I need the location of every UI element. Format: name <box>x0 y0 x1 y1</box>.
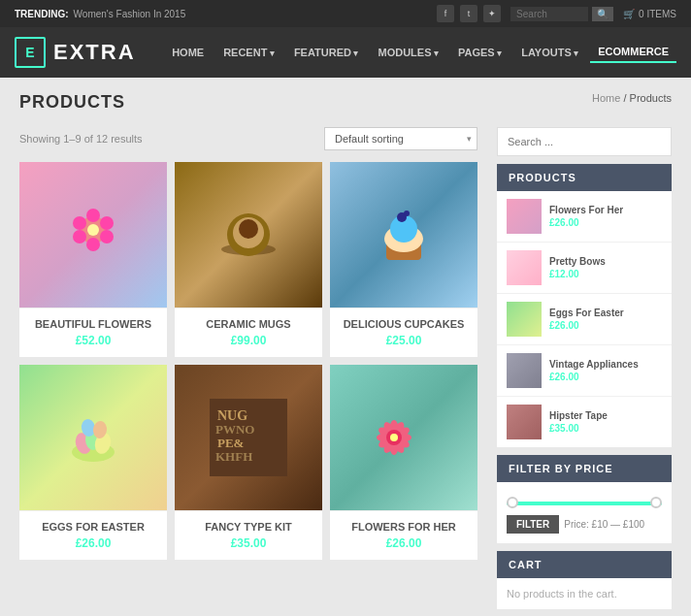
product-card[interactable]: NUG PWNO PE& KHFH FANCY TYPE KIT £35.00 <box>175 365 322 560</box>
breadcrumb-current: Products <box>630 92 672 104</box>
product-grid: BEAUTIFUL FLOWERS £52.00 CERAMIC MUGS <box>19 162 477 560</box>
filter-button[interactable]: FILTER <box>507 515 559 534</box>
cart-icon: 🛒 <box>623 9 635 19</box>
sort-wrapper: Default sorting Sort by price: low to hi… <box>324 127 477 150</box>
sidebar-product-info: Flowers For Her £26.00 <box>549 205 662 228</box>
price-range-handle-min[interactable] <box>507 497 518 508</box>
product-card[interactable]: CERAMIC MUGS £99.00 <box>175 162 322 357</box>
svg-text:PWNO: PWNO <box>215 422 254 437</box>
logo-text: EXTRA <box>53 40 136 65</box>
sidebar-filter-header: FILTER BY PRICE <box>497 455 672 482</box>
product-name: EGGS FOR EASTER <box>29 521 157 533</box>
sidebar-search-input[interactable] <box>497 127 672 156</box>
header: E EXTRA HOME RECENT FEATURED MODULES PAG… <box>0 27 691 78</box>
nav-featured[interactable]: FEATURED <box>286 43 367 62</box>
page-header: PRODUCTS Home / Products <box>0 78 691 117</box>
price-range-fill <box>507 502 662 505</box>
product-name: DELICIOUS CUPCAKES <box>340 318 468 330</box>
nav-pages[interactable]: PAGES <box>450 43 510 62</box>
product-card[interactable]: EGGS FOR EASTER £26.00 <box>19 365 167 560</box>
social-icons: f t ✦ <box>437 5 501 22</box>
facebook-icon[interactable]: f <box>437 5 454 22</box>
product-name: FLOWERS FOR HER <box>340 521 468 533</box>
product-price: £26.00 <box>340 536 468 550</box>
sidebar-products-section: PRODUCTS Flowers For Her £26.00 Pretty B… <box>497 164 672 447</box>
filter-row: FILTER Price: £10 — £100 <box>507 515 662 534</box>
product-card[interactable]: FLOWERS FOR HER £26.00 <box>330 365 477 560</box>
sidebar-thumb <box>507 250 542 285</box>
logo-icon: E <box>15 37 46 68</box>
svg-text:PE&: PE& <box>217 436 245 450</box>
sidebar: PRODUCTS Flowers For Her £26.00 Pretty B… <box>497 127 672 616</box>
cart-info[interactable]: 🛒 0 ITEMS <box>623 9 676 19</box>
main-nav: HOME RECENT FEATURED MODULES PAGES LAYOU… <box>164 42 676 63</box>
sidebar-product-name: Vintage Appliances <box>549 359 662 370</box>
cart-count: 0 ITEMS <box>639 9 676 19</box>
price-range-handle-max[interactable] <box>650 497 662 508</box>
product-price: £35.00 <box>184 536 313 550</box>
svg-point-3 <box>73 216 86 230</box>
product-image: NUG PWNO PE& KHFH <box>175 365 322 510</box>
trending-text: Women's Fashion In 2015 <box>74 9 186 19</box>
sidebar-product-info: Vintage Appliances £26.00 <box>549 359 662 382</box>
sidebar-product-name: Hipster Tape <box>549 410 662 421</box>
sidebar-product-price: £35.00 <box>549 423 662 434</box>
sort-select[interactable]: Default sorting Sort by price: low to hi… <box>324 127 477 150</box>
svg-point-2 <box>86 238 100 251</box>
product-price: £52.00 <box>29 334 157 347</box>
sidebar-product-item[interactable]: Flowers For Her £26.00 <box>497 191 672 243</box>
page-title: PRODUCTS <box>19 92 125 113</box>
product-card[interactable]: DELICIOUS CUPCAKES £25.00 <box>330 162 477 357</box>
breadcrumb-home[interactable]: Home <box>592 92 620 104</box>
svg-point-35 <box>390 434 398 441</box>
product-image <box>330 365 477 510</box>
cart-empty-text: No products in the cart. <box>507 588 617 600</box>
twitter-icon[interactable]: t <box>460 5 477 22</box>
product-image <box>330 162 477 308</box>
sidebar-product-item[interactable]: Eggs For Easter £26.00 <box>497 294 672 345</box>
sidebar-thumb <box>507 405 542 439</box>
product-image <box>175 162 322 308</box>
svg-point-5 <box>73 230 86 243</box>
sidebar-product-price: £26.00 <box>549 217 662 228</box>
nav-home[interactable]: HOME <box>164 43 212 62</box>
price-range-track <box>507 502 662 505</box>
sidebar-product-item[interactable]: Pretty Bows £12.00 <box>497 243 672 294</box>
instagram-icon[interactable]: ✦ <box>483 5 501 22</box>
product-info: FLOWERS FOR HER £26.00 <box>330 510 477 560</box>
product-image <box>19 162 167 308</box>
svg-point-1 <box>86 209 100 222</box>
products-toolbar: Showing 1–9 of 12 results Default sortin… <box>19 127 477 150</box>
filter-price-text: Price: £10 — £100 <box>564 519 644 530</box>
svg-point-11 <box>239 219 258 239</box>
sidebar-cart-header: CART <box>497 551 672 578</box>
product-price: £99.00 <box>184 334 313 347</box>
top-search-button[interactable]: 🔍 <box>592 7 613 21</box>
sidebar-product-item[interactable]: Hipster Tape £35.00 <box>497 397 672 447</box>
product-card[interactable]: BEAUTIFUL FLOWERS £52.00 <box>19 162 167 357</box>
product-name: FANCY TYPE KIT <box>184 521 313 533</box>
product-name: BEAUTIFUL FLOWERS <box>29 318 157 330</box>
cart-content: No products in the cart. <box>497 578 672 609</box>
nav-modules[interactable]: MODULES <box>370 43 446 62</box>
sidebar-product-info: Eggs For Easter £26.00 <box>549 308 662 331</box>
sidebar-search-section <box>497 127 672 156</box>
sidebar-filter-section: FILTER BY PRICE FILTER Price: £10 — £100 <box>497 455 672 543</box>
logo[interactable]: E EXTRA <box>15 37 136 68</box>
svg-text:KHFH: KHFH <box>215 449 252 464</box>
top-search-bar: 🔍 <box>510 7 613 21</box>
sidebar-product-name: Pretty Bows <box>549 256 662 267</box>
sidebar-product-name: Flowers For Her <box>549 205 662 215</box>
trending-section: TRENDING: Women's Fashion In 2015 <box>15 9 185 19</box>
nav-ecommerce[interactable]: ECOMMERCE <box>590 42 676 63</box>
top-bar: TRENDING: Women's Fashion In 2015 f t ✦ … <box>0 0 691 27</box>
nav-recent[interactable]: RECENT <box>215 43 282 62</box>
filter-content: FILTER Price: £10 — £100 <box>497 482 672 543</box>
sidebar-product-list: Flowers For Her £26.00 Pretty Bows £12.0… <box>497 191 672 447</box>
sidebar-product-name: Eggs For Easter <box>549 308 662 318</box>
nav-layouts[interactable]: LAYOUTS <box>513 43 586 62</box>
main-content: Showing 1–9 of 12 results Default sortin… <box>0 117 691 616</box>
sidebar-product-item[interactable]: Vintage Appliances £26.00 <box>497 345 672 397</box>
top-search-input[interactable] <box>510 7 588 21</box>
trending-label: TRENDING: <box>15 9 69 19</box>
